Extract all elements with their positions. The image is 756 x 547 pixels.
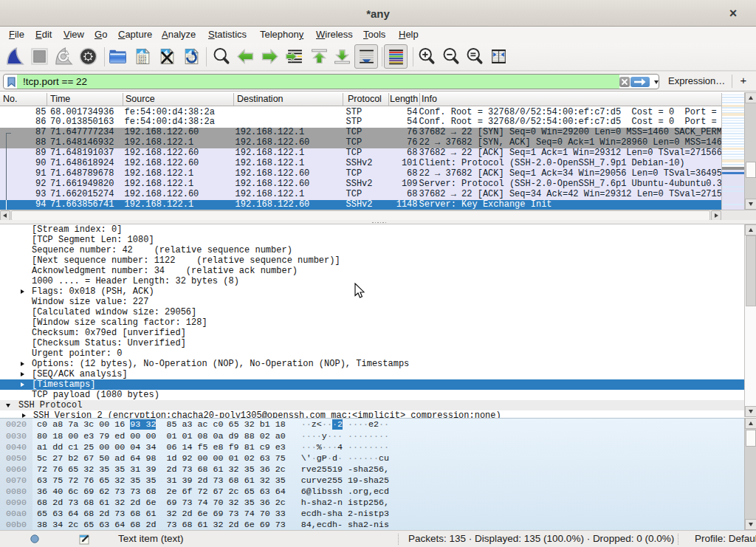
svg-text:0011: 0011 bbox=[138, 61, 146, 64]
